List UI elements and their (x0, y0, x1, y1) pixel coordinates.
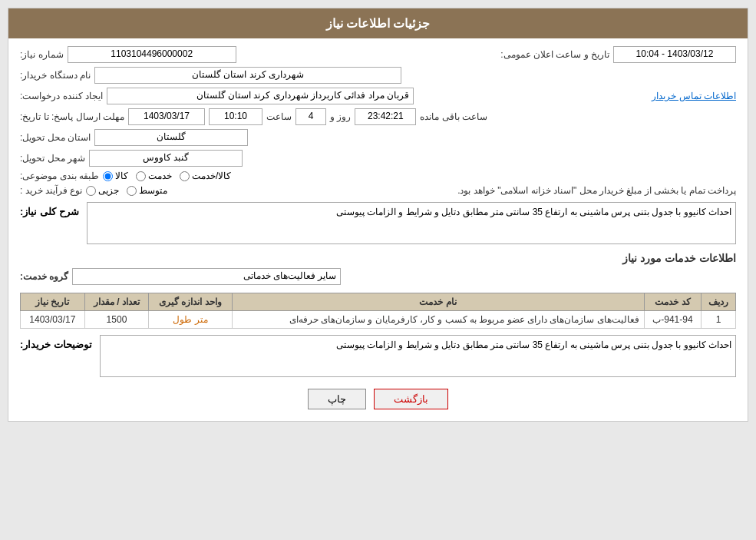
subject-radio-kala[interactable]: کالا (103, 171, 128, 181)
buyer-notes-box: احداث کانیوو با جدول بتنی پرس ماشینی به … (100, 335, 736, 377)
process-radio2-label: متوسط (139, 185, 167, 196)
subject-radio-kala-khadmat[interactable]: کالا/خدمت (180, 171, 231, 181)
city-label: شهر محل تحویل: (20, 153, 85, 164)
time-label: ساعت (266, 111, 292, 122)
buyer-notes-label: توضیحات خریدار: (20, 335, 92, 350)
announce-datetime-value: 1403/03/12 - 10:04 (613, 46, 736, 63)
col-unit: واحد اندازه گیری (149, 293, 232, 311)
description-box-wrapper: احداث کانیوو با جدول بتنی پرس ماشینی به … (87, 202, 736, 244)
table-header-row: ردیف کد خدمت نام خدمت واحد اندازه گیری ت… (21, 293, 736, 311)
cell-row-num: 1 (702, 311, 736, 329)
city-value: گنبد کاووس (89, 150, 243, 167)
buyer-notes-value: احداث کانیوو با جدول بتنی پرس ماشینی به … (336, 340, 731, 350)
description-box: احداث کانیوو با جدول بتنی پرس ماشینی به … (87, 202, 736, 244)
main-container: جزئیات اطلاعات نیاز 1403/03/12 - 10:04 ت… (8, 8, 748, 422)
creator-value: قربان مراد فدائی کاربرداز شهرداری کرند ا… (107, 88, 414, 104)
contact-link[interactable]: اطلاعات تماس خریدار (652, 91, 736, 101)
province-value: گلستان (94, 129, 248, 146)
table-body: 1 941-94-ب فعالیت‌های سازمان‌های دارای ع… (21, 311, 736, 329)
subject-group: کالا/خدمت خدمت کالا طبقه بندی موضوعی: (20, 171, 231, 181)
cell-date: 1403/03/17 (21, 311, 85, 329)
service-group-label: گروه خدمت: (20, 271, 68, 282)
days-value: 4 (295, 108, 326, 125)
col-date: تاریخ نیاز (21, 293, 85, 311)
col-name: نام خدمت (232, 293, 644, 311)
need-number-value: 1103104496000002 (68, 46, 236, 63)
subject-radio1-label: کالا (115, 171, 128, 181)
need-number-label: شماره نیاز: (20, 49, 64, 60)
page-title: جزئیات اطلاعات نیاز (326, 17, 431, 30)
process-radio1-label: جزیی (98, 185, 119, 196)
remaining-time-value: 23:42:21 (355, 108, 416, 125)
remaining-label: ساعت باقی مانده (420, 111, 487, 122)
subject-radio2-input[interactable] (136, 171, 146, 181)
back-button[interactable]: بازگشت (374, 389, 448, 409)
cell-quantity: 1500 (84, 311, 149, 329)
col-code: کد خدمت (644, 293, 702, 311)
days-label: روز و (330, 111, 351, 122)
buttons-row: بازگشت چاپ (20, 389, 736, 409)
services-table: ردیف کد خدمت نام خدمت واحد اندازه گیری ت… (20, 293, 736, 329)
cell-code: 941-94-ب (644, 311, 702, 329)
buyer-notes-section: احداث کانیوو با جدول بتنی پرس ماشینی به … (20, 335, 736, 377)
subject-radio1-input[interactable] (103, 171, 113, 181)
description-value: احداث کانیوو با جدول بتنی پرس ماشینی به … (336, 207, 731, 217)
service-group-value: سایر فعالیت‌های خدماتی (72, 268, 341, 285)
buyer-org-label: نام دستگاه خریدار: (20, 70, 91, 81)
page-header: جزئیات اطلاعات نیاز (8, 8, 748, 38)
buyer-org-group: شهرداری کرند استان گلستان نام دستگاه خری… (20, 67, 401, 84)
buyer-org-value: شهرداری کرند استان گلستان (94, 67, 401, 84)
province-label: استان محل تحویل: (20, 132, 91, 143)
subject-radio2-label: خدمت (148, 171, 172, 181)
province-group: گلستان استان محل تحویل: (20, 129, 248, 146)
print-button[interactable]: چاپ (308, 389, 366, 409)
subject-radio3-input[interactable] (180, 171, 190, 181)
process-note: پرداخت تمام یا بخشی از مبلغ خریدار محل "… (183, 185, 736, 196)
response-date-value: 1403/03/17 (128, 108, 205, 125)
services-title: اطلاعات خدمات مورد نیاز (20, 252, 736, 264)
announce-datetime-group: 1403/03/12 - 10:04 تاریخ و ساعت اعلان عم… (500, 46, 736, 63)
content-area: 1403/03/12 - 10:04 تاریخ و ساعت اعلان عم… (8, 38, 748, 421)
process-label: نوع فرآیند خرید : (20, 185, 82, 196)
process-radio1-input[interactable] (86, 186, 96, 196)
process-radio-detail[interactable]: جزیی (86, 185, 119, 196)
subject-label: طبقه بندی موضوعی: (20, 171, 99, 181)
process-group: متوسط جزیی نوع فرآیند خرید : (20, 185, 167, 196)
process-radio2-input[interactable] (127, 186, 137, 196)
cell-unit: متر طول (149, 311, 232, 329)
response-deadline-label: مهلت ارسال پاسخ: تا تاریخ: (20, 111, 124, 122)
table-row: 1 941-94-ب فعالیت‌های سازمان‌های دارای ع… (21, 311, 736, 329)
buyer-notes-wrapper: احداث کانیوو با جدول بتنی پرس ماشینی به … (100, 335, 736, 377)
subject-radio3-label: کالا/خدمت (192, 171, 231, 181)
creator-group: قربان مراد فدائی کاربرداز شهرداری کرند ا… (20, 88, 414, 104)
process-radio-group: متوسط جزیی (86, 185, 167, 196)
subject-radio-group: کالا/خدمت خدمت کالا (103, 171, 231, 181)
process-radio-medium[interactable]: متوسط (127, 185, 167, 196)
services-table-section: ردیف کد خدمت نام خدمت واحد اندازه گیری ت… (20, 293, 736, 329)
description-label: شرح کلی نیاز: (20, 202, 79, 217)
announce-datetime-label: تاریخ و ساعت اعلان عمومی: (500, 49, 609, 60)
subject-radio-khadmat[interactable]: خدمت (136, 171, 172, 181)
city-group: گنبد کاووس شهر محل تحویل: (20, 150, 243, 167)
response-time-value: 10:10 (209, 108, 262, 125)
contact-link-group: اطلاعات تماس خریدار (652, 91, 736, 101)
remaining-time-group: ساعت باقی مانده 23:42:21 روز و 4 ساعت 10… (20, 108, 487, 125)
col-quantity: تعداد / مقدار (84, 293, 149, 311)
creator-label: ایجاد کننده درخواست: (20, 91, 103, 101)
need-number-group: 1103104496000002 شماره نیاز: (20, 46, 236, 63)
col-row-num: ردیف (702, 293, 736, 311)
cell-name: فعالیت‌های سازمان‌های دارای عضو مربوط به… (232, 311, 644, 329)
